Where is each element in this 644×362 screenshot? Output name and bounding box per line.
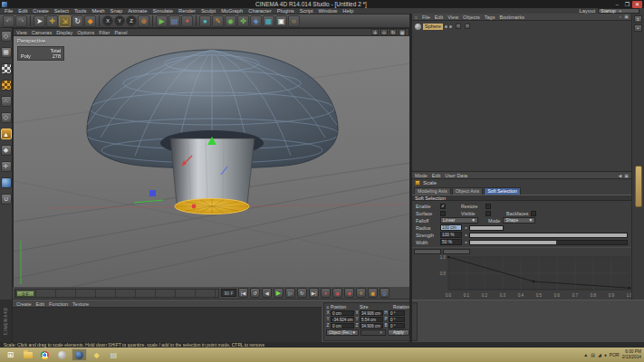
restore-checkbox[interactable] bbox=[485, 204, 491, 209]
menu-plugins[interactable]: Plugins bbox=[277, 8, 294, 14]
network-icon[interactable]: ◢ bbox=[598, 352, 601, 357]
spinner-icon[interactable]: ◂▸ bbox=[465, 233, 466, 237]
play-button[interactable]: ▶ bbox=[274, 288, 284, 298]
apply-button[interactable]: Apply bbox=[388, 329, 409, 336]
menu-mograph[interactable]: MoGraph bbox=[221, 8, 243, 14]
tab-soft-selection[interactable]: Soft Selection bbox=[484, 187, 521, 195]
lock-z-axis-icon[interactable]: Z bbox=[126, 15, 137, 26]
falloff-preset-dropdown[interactable] bbox=[414, 249, 441, 254]
mushroom-stem[interactable] bbox=[170, 138, 255, 204]
record-position-button[interactable]: ✛ bbox=[356, 288, 366, 298]
rotate-tool-icon[interactable]: ↻ bbox=[72, 15, 83, 27]
width-slider[interactable] bbox=[469, 240, 628, 245]
lock-icon[interactable]: ▣ bbox=[624, 173, 629, 178]
render-visibility-dot[interactable] bbox=[449, 25, 452, 28]
toggle-views-icon[interactable]: ▦ bbox=[399, 29, 406, 35]
minimize-button[interactable]: – bbox=[612, 1, 622, 8]
rotate-view-icon[interactable]: ↻ bbox=[389, 29, 397, 35]
coordinate-system-icon[interactable]: ⊕ bbox=[138, 15, 149, 27]
phong-tag-icon[interactable] bbox=[465, 24, 470, 29]
redo-icon[interactable]: ↷ bbox=[15, 15, 27, 27]
spinner-icon[interactable]: ◂▸ bbox=[465, 240, 466, 244]
add-generator-icon[interactable]: ◉ bbox=[225, 15, 236, 27]
app-button-2[interactable]: ▤ bbox=[106, 348, 121, 361]
om-menu-view[interactable]: View bbox=[447, 14, 458, 20]
gizmo-plane-handle[interactable] bbox=[149, 190, 156, 196]
vp-menu-display[interactable]: Display bbox=[56, 30, 72, 35]
menu-sculpt[interactable]: Sculpt bbox=[201, 8, 216, 14]
action-center-icon[interactable]: ▤ bbox=[591, 352, 595, 357]
radius-field[interactable]: 100 cm bbox=[440, 224, 462, 231]
cinema4d-taskbar-button[interactable] bbox=[72, 348, 87, 361]
keyframe-selection-button[interactable]: ◆ bbox=[344, 288, 354, 298]
menu-edit[interactable]: Edit bbox=[18, 8, 27, 14]
browser-button[interactable] bbox=[54, 348, 70, 361]
maximize-button[interactable]: ❐ bbox=[622, 1, 632, 8]
object-row[interactable]: Sphere bbox=[415, 23, 629, 30]
enable-axis-icon[interactable]: ✛ bbox=[1, 161, 12, 172]
pos-x-field[interactable]: 0 cm bbox=[331, 310, 354, 316]
vp-menu-view[interactable]: View bbox=[16, 30, 27, 35]
polygons-mode-icon[interactable]: ▲ bbox=[1, 129, 12, 139]
filter-icon[interactable]: ▣ bbox=[624, 14, 629, 20]
make-editable-icon[interactable]: ◇ bbox=[1, 31, 12, 42]
pos-y-field[interactable]: -34.924 cm bbox=[331, 317, 354, 322]
om-menu-tags[interactable]: Tags bbox=[485, 14, 495, 20]
size-y-field[interactable]: 5.54 cm bbox=[360, 317, 383, 322]
om-menu-bookmarks[interactable]: Bookmarks bbox=[499, 14, 524, 20]
vp-menu-panel[interactable]: Panel bbox=[114, 30, 127, 35]
mat-menu-function[interactable]: Function bbox=[49, 301, 68, 307]
add-deformer-icon[interactable]: ◈ bbox=[250, 15, 262, 27]
loop-button[interactable]: ↻ bbox=[297, 288, 307, 298]
coord-secondary-dropdown[interactable]: ▼ bbox=[360, 329, 386, 336]
object-name[interactable]: Sphere bbox=[423, 24, 443, 30]
rot-p-field[interactable]: 0 ° bbox=[389, 317, 405, 322]
menu-script[interactable]: Script bbox=[300, 8, 313, 14]
scale-tool-icon[interactable]: ⇲ bbox=[59, 15, 71, 27]
render-picture-viewer-icon[interactable]: ▤ bbox=[168, 15, 180, 27]
falloff-dropdown[interactable]: Linear▼ bbox=[440, 217, 478, 224]
width-field[interactable]: 50 % bbox=[440, 239, 462, 245]
section-title[interactable]: Soft Selection bbox=[412, 195, 631, 201]
menu-character[interactable]: Character bbox=[248, 8, 271, 14]
next-frame-button[interactable]: ▷ bbox=[285, 288, 295, 298]
points-mode-icon[interactable]: ∴ bbox=[1, 96, 12, 107]
back-arrow-icon[interactable]: ◀ bbox=[618, 173, 621, 178]
panel-pin-icon[interactable]: ▪ bbox=[634, 24, 642, 32]
goto-end-button[interactable]: ▶| bbox=[309, 288, 319, 298]
om-menu-file[interactable]: File bbox=[422, 14, 430, 20]
backfaces-checkbox[interactable] bbox=[531, 211, 536, 216]
add-spline-icon[interactable]: ✎ bbox=[212, 15, 224, 27]
volume-icon[interactable]: ● bbox=[604, 352, 607, 357]
am-menu-mode[interactable]: Mode bbox=[415, 173, 428, 178]
menu-select[interactable]: Select bbox=[54, 8, 69, 14]
mode-dropdown[interactable]: Shape▼ bbox=[503, 217, 535, 224]
menu-simulate[interactable]: Simulate bbox=[152, 8, 173, 14]
surface-checkbox[interactable] bbox=[440, 211, 446, 216]
menu-tools[interactable]: Tools bbox=[74, 8, 87, 14]
strength-field[interactable]: 100 % bbox=[440, 232, 462, 238]
polygon-selection-tag-icon[interactable] bbox=[456, 24, 461, 29]
live-selection-icon[interactable]: ➤ bbox=[34, 15, 45, 27]
visible-checkbox[interactable] bbox=[485, 211, 491, 216]
pan-view-icon[interactable]: ✛ bbox=[371, 29, 379, 35]
snap-icon[interactable]: ∪ bbox=[1, 194, 12, 205]
viewport-panel[interactable]: View Cameras Display Options Filter Pane… bbox=[13, 28, 409, 287]
falloff-option-dropdown[interactable] bbox=[443, 249, 470, 254]
undo-icon[interactable]: ↶ bbox=[3, 15, 14, 27]
tweak-mode-icon[interactable]: ◆ bbox=[1, 145, 12, 156]
add-light-icon[interactable]: ○ bbox=[288, 15, 300, 27]
add-environment-icon[interactable]: ▦ bbox=[263, 15, 274, 27]
add-mograph-icon[interactable]: ✤ bbox=[237, 15, 249, 27]
record-active-objects-button[interactable]: ● bbox=[321, 288, 331, 298]
chrome-button[interactable] bbox=[37, 348, 53, 361]
strength-slider[interactable] bbox=[469, 233, 628, 238]
prev-frame-button[interactable]: ◀ bbox=[262, 288, 272, 298]
rot-h-field[interactable]: 0 ° bbox=[389, 310, 405, 316]
falloff-curve-editor[interactable]: 1.00.5 0.00.10.20.30.40.50.60.70.80.91.0 bbox=[412, 255, 631, 300]
gizmo-origin-dot[interactable] bbox=[192, 205, 197, 209]
app-button-1[interactable]: ◆ bbox=[89, 348, 104, 361]
size-z-field[interactable]: 34.906 cm bbox=[360, 323, 383, 329]
language-indicator[interactable]: POR bbox=[610, 352, 620, 357]
enable-checkbox[interactable] bbox=[440, 204, 446, 209]
